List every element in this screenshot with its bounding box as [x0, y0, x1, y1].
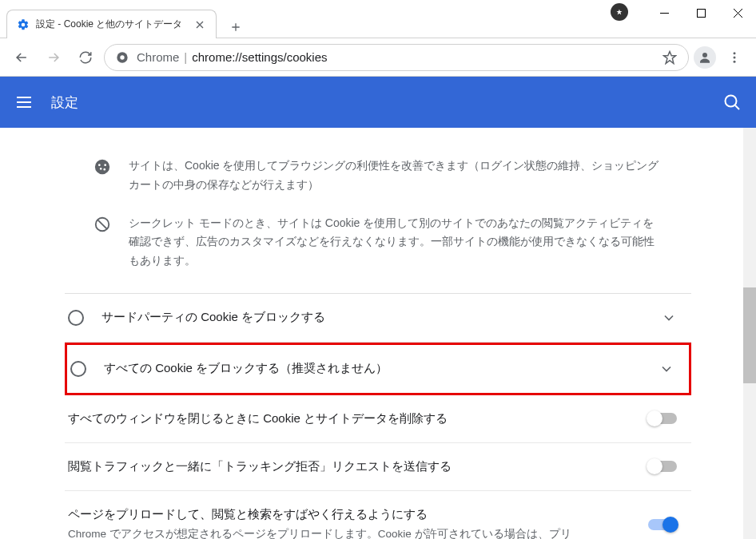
option-block-third-party[interactable]: サードパーティの Cookie をブロックする	[65, 294, 691, 343]
browser-toolbar: Chrome | chrome://settings/cookies	[0, 38, 756, 77]
content-area: サイトは、Cookie を使用してブラウジングの利便性を改善できます（ログイン状…	[0, 128, 756, 539]
maximize-button[interactable]	[682, 0, 719, 26]
toggle-label: すべてのウィンドウを閉じるときに Cookie とサイトデータを削除する	[68, 411, 635, 426]
profile-button[interactable]	[694, 46, 716, 69]
chrome-icon	[116, 51, 129, 64]
menu-button[interactable]	[721, 44, 748, 71]
info-incognito: シークレット モードのとき、サイトは Cookie を使用して別のサイトでのあな…	[65, 209, 691, 285]
toggle-subtitle: Chrome でアクセスが想定されるページをプリロードします。Cookie が許…	[68, 525, 635, 539]
star-icon[interactable]	[662, 50, 677, 65]
scrollbar[interactable]	[743, 128, 756, 539]
svg-point-4	[734, 52, 736, 54]
toggle-switch[interactable]	[648, 461, 677, 472]
new-tab-button[interactable]	[225, 16, 247, 38]
toggle-switch[interactable]	[648, 413, 677, 424]
toggle-label: ページをプリロードして、閲覧と検索をすばやく行えるようにする	[68, 507, 635, 522]
radio-icon[interactable]	[68, 310, 84, 326]
page-title: 設定	[51, 93, 705, 112]
info-incognito-text: シークレット モードのとき、サイトは Cookie を使用して別のサイトでのあな…	[129, 214, 662, 271]
toggle-preload: ページをプリロードして、閲覧と検索をすばやく行えるようにする Chrome でア…	[65, 491, 691, 539]
reload-button[interactable]	[72, 44, 99, 71]
toggle-label: 閲覧トラフィックと一緒に「トラッキング拒否」リクエストを送信する	[68, 459, 635, 474]
window-titlebar: 設定 - Cookie と他のサイトデータ	[0, 0, 756, 38]
radio-icon[interactable]	[70, 361, 86, 377]
search-icon[interactable]	[722, 93, 742, 112]
address-bar[interactable]: Chrome | chrome://settings/cookies	[104, 44, 689, 71]
option-block-all[interactable]: すべての Cookie をブロックする（推奨されません）	[65, 343, 691, 395]
minimize-button[interactable]	[646, 0, 682, 26]
svg-point-5	[734, 56, 736, 58]
extension-badge[interactable]	[611, 3, 628, 21]
toggle-do-not-track: 閲覧トラフィックと一緒に「トラッキング拒否」リクエストを送信する	[65, 443, 691, 491]
chevron-down-icon[interactable]	[659, 361, 674, 377]
tab-title: 設定 - Cookie と他のサイトデータ	[36, 18, 182, 31]
svg-point-3	[702, 53, 707, 57]
chevron-down-icon[interactable]	[661, 310, 677, 326]
url-text: Chrome | chrome://settings/cookies	[137, 50, 655, 64]
info-cookie: サイトは、Cookie を使用してブラウジングの利便性を改善できます（ログイン状…	[65, 152, 691, 209]
window-close-button[interactable]	[719, 0, 756, 26]
toggle-switch[interactable]	[648, 519, 677, 530]
svg-point-6	[734, 60, 736, 62]
scrollbar-thumb[interactable]	[743, 287, 756, 383]
svg-rect-0	[697, 9, 705, 17]
gear-icon	[17, 18, 30, 31]
forward-button[interactable]	[40, 44, 67, 71]
close-icon[interactable]	[193, 18, 206, 31]
back-button[interactable]	[8, 44, 35, 71]
option-label: すべての Cookie をブロックする（推奨されません）	[104, 361, 659, 376]
menu-icon[interactable]	[14, 93, 34, 112]
svg-point-2	[120, 55, 124, 59]
option-label: サードパーティの Cookie をブロックする	[101, 310, 661, 325]
toggle-clear-on-exit: すべてのウィンドウを閉じるときに Cookie とサイトデータを削除する	[65, 395, 691, 443]
cookie-icon	[94, 158, 111, 176]
settings-header: 設定	[0, 77, 756, 128]
info-cookie-text: サイトは、Cookie を使用してブラウジングの利便性を改善できます（ログイン状…	[129, 157, 662, 195]
tab-strip: 設定 - Cookie と他のサイトデータ	[0, 0, 247, 38]
browser-tab[interactable]: 設定 - Cookie と他のサイトデータ	[6, 10, 217, 38]
svg-point-7	[726, 96, 737, 107]
block-icon	[94, 216, 111, 233]
settings-panel: サイトは、Cookie を使用してブラウジングの利便性を改善できます（ログイン状…	[50, 128, 706, 539]
window-controls	[646, 0, 756, 26]
